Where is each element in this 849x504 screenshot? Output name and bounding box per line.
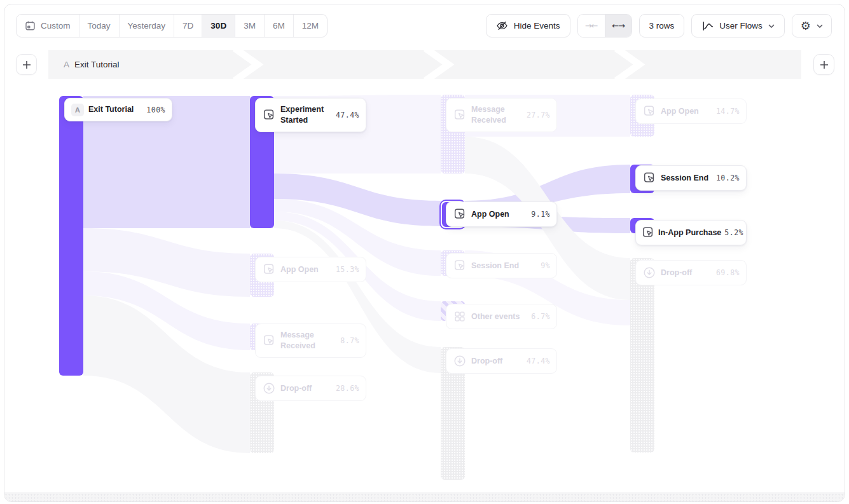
node-card-drop-off-2[interactable]: Drop-off 28.6% [255, 376, 366, 401]
node-card-drop-off-3[interactable]: Drop-off 47.4% [446, 348, 557, 374]
node-card-exit-tutorial[interactable]: A Exit Tutorial 100% [64, 98, 172, 121]
flow-ribbons [4, 4, 845, 502]
node-card-experiment-started[interactable]: Experiment Started 47.4% [255, 98, 366, 132]
event-icon [453, 108, 467, 122]
node-card-in-app-purchase-4[interactable]: In-App Purchase 5.2% [635, 220, 747, 245]
node-card-drop-off-4[interactable]: Drop-off 69.8% [635, 260, 747, 285]
node-card-session-end-4[interactable]: Session End 10.2% [635, 165, 747, 191]
drop-off-icon [453, 354, 467, 368]
drop-off-icon [642, 266, 656, 280]
step-a-badge: A [71, 104, 84, 116]
node-card-message-received-2[interactable]: Message Received 8.7% [255, 324, 366, 358]
event-icon [262, 108, 276, 122]
node-bar-drop-off-4[interactable] [630, 258, 654, 453]
node-card-other-events-3[interactable]: Other events 6.7% [446, 304, 557, 329]
event-icon [262, 262, 276, 276]
node-card-app-open-2[interactable]: App Open 15.3% [255, 257, 366, 282]
node-bar-exit-tutorial[interactable] [59, 96, 83, 376]
other-events-icon [453, 310, 467, 324]
node-card-message-received-3[interactable]: Message Received 27.7% [446, 98, 557, 132]
event-icon [453, 259, 467, 273]
event-icon [453, 207, 467, 221]
event-icon [262, 334, 276, 348]
event-icon [642, 104, 656, 118]
event-icon [641, 226, 655, 240]
horizontal-scrollbar-track[interactable] [4, 493, 845, 501]
node-card-app-open-4[interactable]: App Open 14.7% [635, 99, 747, 124]
drop-off-icon [262, 381, 276, 395]
node-card-app-open-3-selected[interactable]: App Open 9.1% [446, 201, 557, 227]
node-card-session-end-3[interactable]: Session End 9% [446, 253, 557, 278]
app-frame: Custom Today Yesterday 7D 30D 3M 6M 12M … [4, 4, 845, 502]
event-icon [642, 171, 656, 185]
